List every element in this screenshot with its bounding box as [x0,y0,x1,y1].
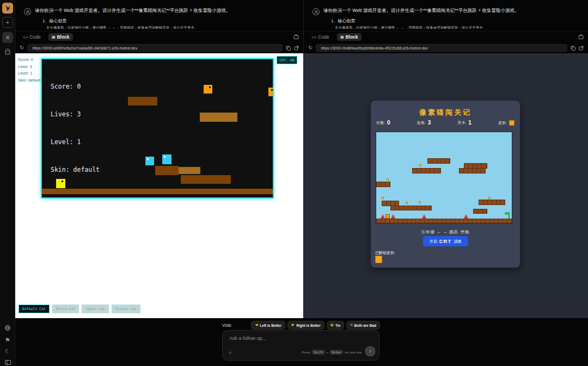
vote-right-button[interactable]: ☛Right is Better [287,321,324,330]
panel-layout-icon[interactable] [2,357,13,366]
new-chat-button[interactable]: + [2,17,13,28]
ghost-icon[interactable] [2,46,13,57]
vote-left-button[interactable]: ☚Left is Better [251,321,285,330]
plat-sprite [155,166,179,175]
box-sprite [268,88,273,96]
tab-block-label: Block [57,34,69,40]
tab-block[interactable]: ⊞Block [337,33,362,41]
crt-filter-button[interactable]: 开启 CRT 滤镜 [423,236,468,246]
shift-key-chip: Shift [312,350,325,355]
plat-sprite [128,97,157,106]
copy-icon[interactable] [571,46,575,51]
globe-icon[interactable] [2,322,13,333]
url-input[interactable] [316,44,567,52]
hud-score: Score: 0 [18,57,40,64]
left-game-canvas[interactable]: Score: 0 Lives: 3 Level: 1 Skin: default [41,58,274,198]
right-game-canvas[interactable] [376,132,512,224]
skin-ninja-cat-button[interactable]: Ninja Cat [52,305,79,313]
tile-sprite [459,168,486,173]
unlocked-skin-swatch[interactable] [375,256,382,263]
plat-sprite [200,113,237,122]
right-game-preview: 像素猫闯关记 分数:0 生命:3 关卡:1 皮肤: 方向键 ← → 跳跃 空格 … [304,53,588,318]
prompt: 请你扮演一个 Web 游戏开发者。设计并生成一个**像素猫闯关记**平台跳跃 +… [323,8,583,29]
vote-both-bad-button[interactable]: ☟Both are Bad [346,321,380,330]
lives-value: 3 [428,120,431,126]
coin-sprite [419,201,421,203]
expand-icon[interactable] [578,34,584,40]
vote-both-bad-label: Both are Bad [354,324,376,327]
plat-sprite [181,175,231,184]
unlocked-skins-label: 已解锁皮肤: [375,250,395,256]
flag-icon[interactable]: ⚑ [2,334,13,345]
canvas-hud-level: Level: 1 [51,138,100,147]
left-game-dom-hud: Score: 0 Lives: 3 Level: 1 Skin: default [18,57,40,84]
app-logo[interactable] [2,3,13,14]
left-game-preview: Score: 0 Lives: 3 Level: 1 Skin: default… [15,53,303,318]
vote-tie-button[interactable]: ☯Tie [327,321,345,330]
hud-level: Level: 1 [18,70,40,77]
skin-buttons: Default Cat Ninja Cat Space Cat Pirate C… [19,305,140,313]
tab-code[interactable]: <>Code [308,33,333,41]
canvas-hud-lives: Lives: 3 [51,110,100,119]
tile-sprite [473,209,487,214]
right-chat-message: 请你扮演一个 Web 游戏开发者。设计并生成一个**像素猫闯关记**平台跳跃 +… [304,0,588,32]
prompt-heading: 1、核心创意 [42,18,298,24]
block-icon: ⊞ [52,35,56,40]
tab-code[interactable]: <>Code [20,33,44,41]
coin-sprite [387,178,389,181]
open-external-icon[interactable] [294,46,299,51]
sparkle-icon[interactable]: ✧ [228,350,232,356]
open-external-icon[interactable] [579,46,584,51]
bottom-bar: Vote ☚Left is Better ☛Right is Better ☯T… [15,318,588,366]
user-avatar-icon [24,8,31,15]
vote-label: Vote [222,322,231,328]
plat-sprite [179,167,200,174]
skin-pirate-cat-button[interactable]: Pirate Cat [112,305,140,313]
canvas-hud-score: Score: 0 [51,82,100,91]
send-button[interactable]: ↑ [365,346,375,356]
hint-plus: + [327,351,329,354]
tab-block[interactable]: ⊞Block [48,33,73,41]
spike-sprite [422,214,426,219]
user-avatar-icon [313,8,320,15]
game-title: 像素猫闯关记 [371,108,520,117]
coin-sprite [406,202,408,204]
hud-skin: Skin: default [18,77,40,84]
url-input[interactable] [27,44,283,52]
right-tabbar: <>Code ⊞Block [304,32,588,42]
game-stats: 分数:0 生命:3 关卡:1 皮肤: [376,120,514,126]
tile-sprite [376,219,512,224]
prompt-text: 请你扮演一个 Web 游戏开发者。设计并生成一个**像素猫闯关记**平台跳跃 +… [35,8,298,14]
prompt-heading: 1、核心创意 [331,18,583,24]
spike-sprite [464,214,468,219]
refresh-icon[interactable]: ↻ [20,45,24,51]
rplayer-sprite [385,214,390,219]
moon-icon[interactable]: ☾ [2,346,13,357]
prompt-detail: 8 位像素风，玩家操控小猫：通过键盘 ← → ，空格跳跃；收集金币并解锁皮肤；设… [335,26,583,29]
app-rail: + ✕ ⚑ ☾ [0,0,15,366]
right-urlbar: ↻ [304,42,588,53]
level-label: 关卡: [457,120,466,126]
box-sprite [204,85,212,94]
thumbs-down-icon: ☟ [350,323,352,327]
follow-up-composer: ✧ Press Shift + Enter for new line ↑ [222,330,379,361]
code-icon: <> [23,35,28,40]
skin-swatch [509,120,514,126]
skin-space-cat-button[interactable]: Space Cat [82,305,108,313]
canvas-hud: Score: 0 Lives: 3 Level: 1 Skin: default [51,64,100,193]
newline-hint: Press Shift + Enter for new line [302,350,362,355]
tile-sprite [376,182,390,187]
score-label: 分数: [376,120,385,126]
lives-label: 生命: [417,120,426,126]
expand-icon[interactable] [293,34,299,40]
crt-toggle-button[interactable]: CRT: ON [277,56,297,64]
follow-up-input[interactable] [223,331,379,347]
skin-default-cat-button[interactable]: Default Cat [19,305,50,313]
copy-icon[interactable] [286,46,291,51]
vote-tie-label: Tie [335,324,340,327]
tile-sprite [390,206,432,210]
refresh-icon[interactable]: ↻ [308,45,313,51]
versus-icon[interactable]: ✕ [2,32,13,43]
hint-press: Press [302,351,310,354]
tie-icon: ☯ [330,323,334,327]
